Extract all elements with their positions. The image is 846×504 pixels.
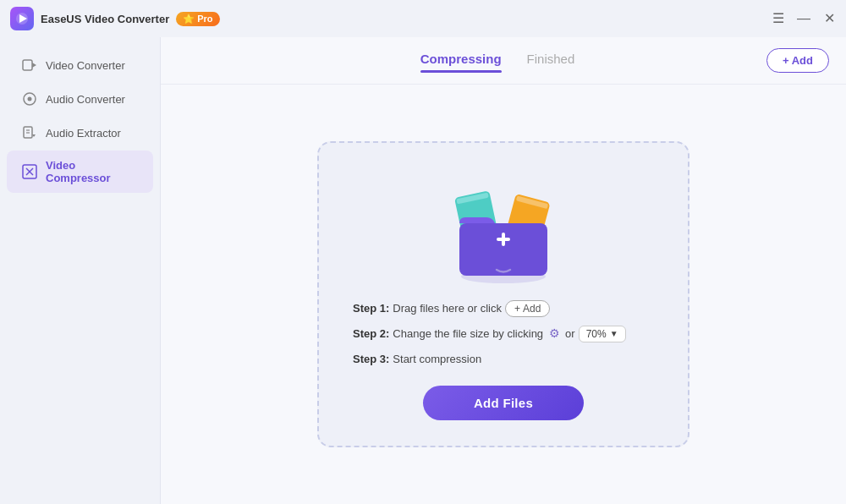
audio-icon (22, 91, 37, 107)
step2-or: or (565, 326, 575, 342)
svg-line-13 (26, 172, 30, 175)
svg-rect-22 (502, 233, 505, 246)
app-title: EaseUS Video Converter (41, 13, 169, 25)
svg-rect-20 (459, 223, 547, 276)
sidebar-item-audio-extractor[interactable]: Audio Extractor (7, 117, 153, 149)
step3-text: Start compression (393, 351, 481, 368)
sidebar-item-audio-converter-label: Audio Converter (46, 93, 125, 106)
step2-percent-value: 70% (586, 328, 607, 340)
video-icon (22, 58, 37, 73)
app-logo (10, 7, 34, 30)
step2-label: Step 2: (353, 326, 389, 342)
close-button[interactable]: ✕ (822, 12, 836, 25)
tab-compressing[interactable]: Compressing (420, 52, 502, 69)
add-files-button[interactable]: Add Files (423, 386, 584, 420)
add-button[interactable]: + Add (766, 48, 829, 73)
svg-point-6 (28, 97, 32, 101)
step1-text: Drag files here or click (393, 300, 502, 317)
step1-label: Step 1: (353, 300, 389, 317)
folder-illustration (436, 168, 571, 287)
step2-text: Change the file size by clicking (393, 326, 543, 342)
step1-add-label: Add (523, 303, 541, 315)
steps-container: Step 1: Drag files here or click + Add S… (353, 300, 654, 368)
sidebar-item-video-compressor[interactable]: Video Compressor (7, 151, 153, 193)
pro-badge: ⭐ Pro (176, 12, 219, 26)
svg-marker-4 (32, 63, 36, 68)
tab-finished[interactable]: Finished (527, 52, 575, 69)
svg-line-11 (26, 168, 30, 172)
step1-row: Step 1: Drag files here or click + Add (353, 300, 654, 317)
sidebar-item-audio-extractor-label: Audio Extractor (46, 127, 121, 140)
svg-line-12 (30, 168, 33, 172)
step3-label: Step 3: (353, 351, 389, 368)
sidebar-item-video-compressor-label: Video Compressor (46, 159, 138, 184)
sidebar: Video Converter Audio Converter Audi (0, 37, 161, 504)
main-layout: Video Converter Audio Converter Audi (0, 37, 846, 504)
tab-bar: Compressing Finished + Add (161, 37, 846, 85)
step3-row: Step 3: Start compression (353, 351, 654, 368)
sidebar-item-video-converter-label: Video Converter (46, 59, 125, 72)
compress-icon (22, 164, 37, 179)
sidebar-item-video-converter[interactable]: Video Converter (7, 49, 153, 81)
window-controls: ☰ — ✕ (772, 12, 836, 25)
titlebar: EaseUS Video Converter ⭐ Pro ☰ — ✕ (0, 0, 846, 37)
menu-button[interactable]: ☰ (772, 12, 785, 25)
tabs-container: Compressing Finished (178, 52, 817, 69)
svg-rect-3 (23, 60, 32, 70)
drop-zone-container: Step 1: Drag files here or click + Add S… (161, 85, 846, 504)
drop-zone[interactable]: Step 1: Drag files here or click + Add S… (317, 141, 689, 448)
step1-add-button[interactable]: + Add (505, 300, 550, 317)
extract-icon (22, 125, 37, 140)
minimize-button[interactable]: — (797, 12, 810, 25)
chevron-down-icon: ▼ (610, 329, 618, 338)
step2-row: Step 2: Change the file size by clicking… (353, 326, 654, 342)
svg-line-14 (30, 172, 33, 175)
step2-percent-button[interactable]: 70% ▼ (579, 326, 626, 342)
settings-icon[interactable]: ⚙ (547, 326, 562, 342)
sidebar-item-audio-converter[interactable]: Audio Converter (7, 83, 153, 115)
content-area: Compressing Finished + Add (161, 37, 846, 504)
